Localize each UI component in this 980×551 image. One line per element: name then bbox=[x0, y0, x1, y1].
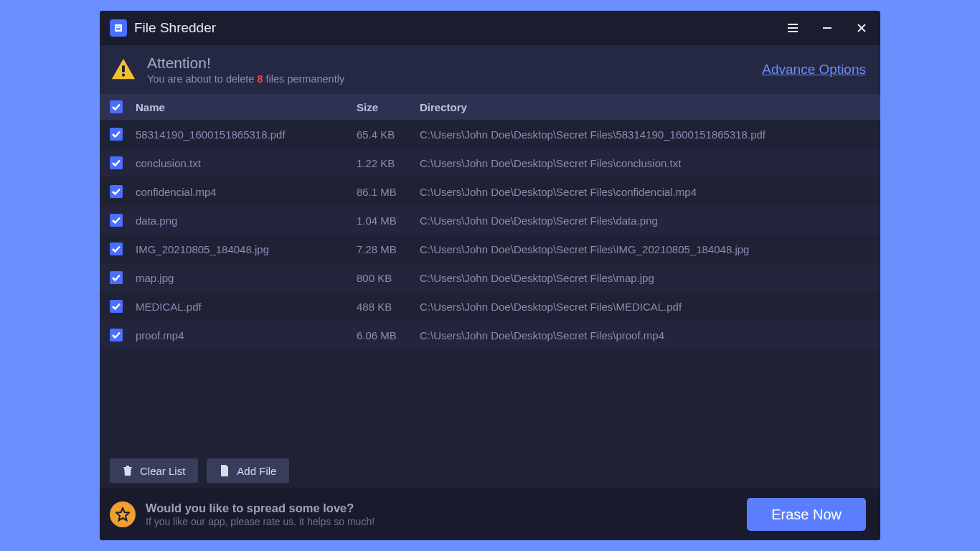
file-name: 58314190_1600151865318.pdf bbox=[136, 128, 357, 141]
file-directory: C:\Users\John Doe\Desktop\Secret Files\p… bbox=[420, 329, 870, 342]
file-icon bbox=[220, 465, 230, 476]
header-checkbox-col bbox=[110, 100, 136, 113]
file-directory: C:\Users\John Doe\Desktop\Secret Files\c… bbox=[420, 186, 870, 198]
advance-options-link[interactable]: Advance Options bbox=[762, 62, 866, 77]
trash-icon bbox=[123, 465, 133, 476]
file-directory: C:\Users\John Doe\Desktop\Secret Files\m… bbox=[420, 272, 870, 284]
attention-prefix: You are about to delete bbox=[147, 73, 257, 85]
action-bar: Clear List Add File bbox=[100, 453, 880, 489]
file-row[interactable]: data.png1.04 MBC:\Users\John Doe\Desktop… bbox=[100, 206, 880, 235]
file-size: 800 KB bbox=[357, 272, 420, 284]
file-size: 488 KB bbox=[357, 301, 420, 313]
file-list: 58314190_1600151865318.pdf65.4 KBC:\User… bbox=[100, 120, 880, 453]
row-checkbox-col bbox=[110, 271, 136, 284]
header-directory[interactable]: Directory bbox=[420, 101, 870, 113]
file-row[interactable]: IMG_20210805_184048.jpg7.28 MBC:\Users\J… bbox=[100, 235, 880, 263]
file-size: 65.4 KB bbox=[357, 128, 420, 141]
erase-now-button[interactable]: Erase Now bbox=[747, 498, 866, 531]
file-directory: C:\Users\John Doe\Desktop\Secret Files\I… bbox=[420, 243, 870, 255]
file-name: MEDICAL.pdf bbox=[136, 301, 357, 313]
file-size: 6.06 MB bbox=[357, 329, 420, 342]
minimize-button[interactable] bbox=[819, 19, 836, 37]
attention-count: 8 bbox=[257, 73, 263, 85]
file-row[interactable]: proof.mp46.06 MBC:\Users\John Doe\Deskto… bbox=[100, 321, 880, 349]
file-size: 86.1 MB bbox=[357, 186, 420, 198]
svg-rect-1 bbox=[116, 27, 121, 27]
svg-point-11 bbox=[122, 74, 125, 77]
file-name: conclusion.txt bbox=[136, 157, 357, 169]
titlebar: File Shredder bbox=[100, 11, 880, 45]
window-controls bbox=[784, 19, 870, 37]
file-row[interactable]: 58314190_1600151865318.pdf65.4 KBC:\User… bbox=[100, 120, 880, 149]
file-directory: C:\Users\John Doe\Desktop\Secret Files\d… bbox=[420, 215, 870, 227]
app-icon bbox=[110, 19, 127, 37]
file-size: 1.04 MB bbox=[357, 215, 420, 227]
row-checkbox[interactable] bbox=[110, 271, 123, 284]
row-checkbox-col bbox=[110, 185, 136, 198]
file-size: 1.22 KB bbox=[357, 157, 420, 169]
attention-text: Attention! You are about to delete 8 fil… bbox=[147, 55, 762, 84]
header-size[interactable]: Size bbox=[357, 101, 420, 113]
file-directory: C:\Users\John Doe\Desktop\Secret Files\c… bbox=[420, 157, 870, 169]
footer-sub: If you like our app, please rate us. it … bbox=[146, 516, 737, 527]
file-name: IMG_20210805_184048.jpg bbox=[136, 243, 357, 255]
menu-button[interactable] bbox=[784, 19, 801, 37]
row-checkbox[interactable] bbox=[110, 329, 123, 342]
row-checkbox-col bbox=[110, 156, 136, 169]
attention-title: Attention! bbox=[147, 55, 762, 71]
svg-rect-3 bbox=[116, 29, 121, 30]
footer: Would you like to spread some love? If y… bbox=[100, 489, 880, 540]
row-checkbox[interactable] bbox=[110, 156, 123, 169]
row-checkbox[interactable] bbox=[110, 214, 123, 227]
file-row[interactable]: conclusion.txt1.22 KBC:\Users\John Doe\D… bbox=[100, 149, 880, 177]
row-checkbox-col bbox=[110, 329, 136, 342]
file-row[interactable]: confidencial.mp486.1 MBC:\Users\John Doe… bbox=[100, 177, 880, 206]
header-name[interactable]: Name bbox=[136, 101, 357, 113]
file-row[interactable]: map.jpg800 KBC:\Users\John Doe\Desktop\S… bbox=[100, 263, 880, 292]
file-name: map.jpg bbox=[136, 272, 357, 284]
close-button[interactable] bbox=[853, 19, 870, 37]
file-row[interactable]: MEDICAL.pdf488 KBC:\Users\John Doe\Deskt… bbox=[100, 292, 880, 321]
footer-title: Would you like to spread some love? bbox=[146, 501, 737, 515]
table-header: Name Size Directory bbox=[100, 94, 880, 120]
footer-text: Would you like to spread some love? If y… bbox=[146, 501, 737, 527]
row-checkbox[interactable] bbox=[110, 185, 123, 198]
clear-list-button[interactable]: Clear List bbox=[110, 458, 198, 483]
row-checkbox-col bbox=[110, 128, 136, 141]
file-size: 7.28 MB bbox=[357, 243, 420, 255]
row-checkbox-col bbox=[110, 214, 136, 227]
file-directory: C:\Users\John Doe\Desktop\Secret Files\5… bbox=[420, 128, 870, 141]
add-file-label: Add File bbox=[237, 465, 276, 477]
add-file-button[interactable]: Add File bbox=[207, 458, 289, 483]
star-icon bbox=[110, 501, 136, 527]
app-title: File Shredder bbox=[134, 20, 777, 36]
row-checkbox[interactable] bbox=[110, 242, 123, 255]
file-name: proof.mp4 bbox=[136, 329, 357, 342]
file-name: confidencial.mp4 bbox=[136, 186, 357, 198]
attention-subtitle: You are about to delete 8 files permanen… bbox=[147, 73, 762, 85]
clear-list-label: Clear List bbox=[140, 465, 185, 477]
row-checkbox-col bbox=[110, 300, 136, 313]
warning-icon bbox=[110, 56, 137, 83]
attention-suffix: files permanently bbox=[263, 73, 345, 85]
file-directory: C:\Users\John Doe\Desktop\Secret Files\M… bbox=[420, 301, 870, 313]
file-name: data.png bbox=[136, 215, 357, 227]
row-checkbox[interactable] bbox=[110, 128, 123, 141]
svg-rect-10 bbox=[122, 65, 125, 72]
row-checkbox-col bbox=[110, 242, 136, 255]
attention-bar: Attention! You are about to delete 8 fil… bbox=[100, 45, 880, 94]
app-window: File Shredder Attention! You are about t… bbox=[100, 11, 880, 540]
select-all-checkbox[interactable] bbox=[110, 100, 123, 113]
row-checkbox[interactable] bbox=[110, 300, 123, 313]
svg-marker-12 bbox=[116, 508, 129, 521]
svg-rect-2 bbox=[116, 28, 121, 29]
